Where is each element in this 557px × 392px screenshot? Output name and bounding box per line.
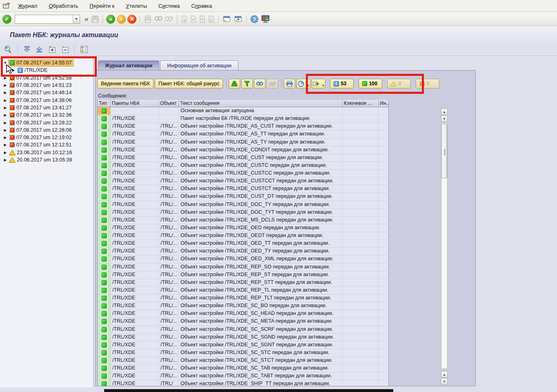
table-row[interactable]: /TRL/XDE/TRL/...Объект настройки /TRL/XD… (98, 264, 389, 271)
table-row[interactable]: /TRL/XDE/TRL/...Объект настройки /TRL/XD… (98, 185, 389, 193)
last-page-icon[interactable] (207, 15, 215, 23)
column-header[interactable]: Ин... (379, 100, 389, 107)
table-row[interactable]: /TRL/XDE/TRL/...Объект настройки /TRL/XD… (98, 232, 389, 240)
tree-item[interactable]: ▶07.08.2017 um 14:46:14 (0, 89, 93, 96)
cancel-icon[interactable]: ✕ (127, 15, 136, 24)
views-button[interactable]: ▼ (296, 79, 310, 89)
error-count-button[interactable]: 0 (416, 79, 439, 89)
table-row[interactable]: Основная активация запущена (98, 107, 389, 115)
scroll-up-bottom-icon[interactable]: ▲ (441, 371, 448, 378)
table-row[interactable]: /TRL/XDE/TRL/...Объект настройки /TRL/XD… (98, 357, 389, 365)
scroll-down-bottom-icon[interactable]: ▼ (441, 378, 448, 385)
command-input[interactable] (15, 15, 73, 23)
table-row[interactable]: /TRL/XDE/TRL/...Объект настройки /TRL/XD… (98, 372, 389, 380)
find-icon[interactable] (154, 15, 163, 23)
table-row[interactable]: /TRL/XDE/TRL/...Объект настройки /TRL/XD… (98, 326, 389, 334)
success-count-button[interactable]: 100 (359, 79, 382, 89)
expand-arrow-icon[interactable]: ▶ (2, 121, 8, 125)
expand-arrow-icon[interactable]: ▶ (2, 151, 8, 155)
table-row[interactable]: /TRL/XDE/TRL/...Объект настройки /TRL/XD… (98, 217, 389, 224)
expand-arrow-icon[interactable]: ▶ (2, 143, 8, 147)
expand-arrow-icon[interactable]: ▶ (2, 158, 8, 162)
print-icon[interactable] (143, 15, 152, 23)
column-header[interactable]: Тип (98, 100, 111, 107)
menu-goto[interactable]: Перейти к (84, 0, 120, 12)
table-row[interactable]: /TRL/XDEПакет настройки БК /TRL/XDE пере… (98, 115, 389, 123)
menu-utilities[interactable]: Утилиты (120, 0, 153, 12)
table-row[interactable]: /TRL/XDE/TRL/...Объект настройки /TRL/XD… (98, 279, 389, 287)
table-row[interactable]: /TRL/XDE/TRL/...Объект настройки /TRL/XD… (98, 139, 389, 146)
command-dropdown-icon[interactable]: ▼ (73, 15, 80, 23)
save-icon[interactable] (91, 15, 99, 23)
table-row[interactable]: /TRL/XDE/TRL/...Объект настройки /TRL/XD… (98, 295, 389, 302)
tree-item[interactable]: ▶07.08.2017 um 12:19:02 (0, 134, 93, 141)
sort-button[interactable] (229, 79, 240, 89)
menu-help[interactable]: Справка (185, 0, 218, 12)
print-button[interactable] (284, 79, 295, 89)
table-row[interactable]: /TRL/XDE/TRL/...Объект настройки /TRL/XD… (98, 162, 389, 170)
expand-arrow-icon[interactable]: ▶ (2, 83, 8, 87)
tree-item[interactable]: ▶/TRL/XDE (0, 66, 93, 74)
maintain-package-button[interactable]: Ведение пакета НБК (97, 79, 154, 89)
collapse-all-icon[interactable] (35, 45, 44, 53)
collapse-arrow-icon[interactable]: ▼ (2, 61, 8, 65)
find-next-icon[interactable] (165, 15, 174, 23)
column-header[interactable]: Пакеты НБК (111, 100, 159, 107)
column-header[interactable]: Ключевое ... (343, 100, 379, 107)
tree-item[interactable]: ▶07.08.2017 um 12:26:06 (0, 126, 93, 134)
table-row[interactable]: /TRL/XDE/TRL/Объект настройки /TRL/XDE_S… (98, 380, 389, 386)
table-row[interactable]: /TRL/XDE/TRL/...Объект настройки /TRL/XD… (98, 365, 389, 372)
expand-node-icon[interactable] (47, 45, 57, 54)
views-dropdown-icon[interactable]: ▼ (307, 84, 310, 87)
next-page-icon[interactable] (198, 15, 206, 23)
vertical-scrollbar[interactable]: ▲ ▼ ▲ ▼ (441, 109, 448, 385)
export-dropdown-icon[interactable]: ▼ (322, 84, 325, 87)
column-header[interactable]: Текст сообщения (179, 100, 343, 107)
tree-item[interactable]: ▶07.08.2017 um 12:12:51 (0, 141, 93, 148)
table-row[interactable]: /TRL/XDE/TRL/...Объект настройки /TRL/XD… (98, 170, 389, 177)
expand-arrow-icon[interactable]: ▶ (2, 128, 8, 132)
table-row[interactable]: /TRL/XDE/TRL/...Объект настройки /TRL/XD… (98, 248, 389, 255)
table-row[interactable]: /TRL/XDE/TRL/...Объект настройки /TRL/XD… (98, 131, 389, 138)
tree-item[interactable]: ▶07.08.2017 um 14:38:06 (0, 96, 93, 104)
tree-item[interactable]: ▶07.08.2017 um 13:28:22 (0, 119, 93, 126)
tree-item[interactable]: ▶07.08.2017 um 14:51:23 (0, 82, 93, 89)
package-overview-button[interactable]: Пакет НБК: общий ракурс (155, 79, 223, 89)
column-header[interactable]: Объект (159, 100, 179, 107)
table-row[interactable]: /TRL/XDE/TRL/...Объект настройки /TRL/XD… (98, 224, 389, 232)
table-row[interactable]: /TRL/XDE/TRL/...Объект настройки /TRL/XD… (98, 255, 389, 263)
table-row[interactable]: /TRL/XDE/TRL/...Объект настройки /TRL/XD… (98, 341, 389, 349)
scrollbar-thumb[interactable] (441, 124, 447, 178)
exit-icon[interactable]: « (117, 15, 126, 24)
table-row[interactable]: /TRL/XDE/TRL/...Объект настройки /TRL/XD… (98, 146, 389, 154)
menu-journal[interactable]: Журнал (12, 0, 43, 12)
table-row[interactable]: /TRL/XDE/TRL/...Объект настройки /TRL/XD… (98, 271, 389, 279)
tree-item[interactable]: ▶07.08.2017 um 13:41:27 (0, 104, 93, 111)
expand-arrow-icon[interactable]: ▶ (2, 135, 8, 140)
export-button[interactable]: ▼ (312, 79, 325, 89)
scroll-up-icon[interactable]: ▲ (441, 109, 448, 115)
refresh-display-icon[interactable] (3, 45, 13, 54)
tree-item[interactable]: ▶07.08.2017 um 13:32:36 (0, 111, 93, 119)
new-session-icon[interactable] (222, 15, 232, 23)
table-row[interactable]: /TRL/XDE/TRL/...Объект настройки /TRL/XD… (98, 209, 389, 217)
find-button[interactable] (254, 79, 265, 89)
warning-count-button[interactable]: 0 (387, 79, 411, 89)
tree-item[interactable]: ▶23.06.2017 um 10:12:16 (0, 149, 93, 156)
first-page-icon[interactable] (180, 15, 188, 23)
table-row[interactable]: /TRL/XDE/TRL/...Объект настройки /TRL/XD… (98, 177, 389, 185)
expand-arrow-icon[interactable]: ▶ (2, 76, 8, 80)
table-row[interactable]: /TRL/XDE/TRL/...Объект настройки /TRL/XD… (98, 310, 389, 318)
filter-button[interactable] (241, 79, 253, 89)
scroll-down-icon[interactable]: ▼ (441, 115, 448, 122)
info-count-button[interactable]: 53 (330, 79, 354, 89)
tab-activation-log[interactable]: Журнал активации (98, 60, 159, 70)
table-row[interactable]: /TRL/XDE/TRL/...Объект настройки /TRL/XD… (98, 302, 389, 310)
tab-activation-info[interactable]: Информация об активации (160, 60, 238, 70)
system-menu-icon[interactable] (0, 3, 12, 9)
expand-arrow-icon[interactable]: ▶ (2, 91, 8, 95)
expand-arrow-icon[interactable]: ▶ (2, 113, 8, 117)
enter-icon[interactable]: ✓ (2, 15, 11, 24)
menu-system[interactable]: Система (153, 0, 185, 12)
menu-edit[interactable]: Обработать (43, 0, 84, 12)
